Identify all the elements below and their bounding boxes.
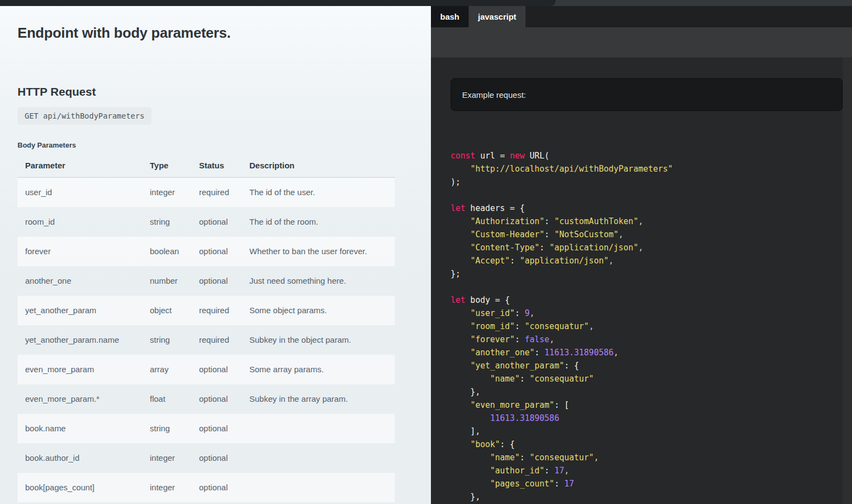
example-request-label: Example request: xyxy=(462,90,526,99)
top-strip-dark-segment xyxy=(0,0,556,6)
column-header-description: Description xyxy=(249,156,395,178)
code-line: "name": "consequatur", xyxy=(451,451,852,464)
cell-type: integer xyxy=(150,443,199,473)
cell-parameter: room_id xyxy=(17,207,150,237)
tab-substrip xyxy=(431,27,852,57)
cell-parameter: yet_another_param xyxy=(17,296,150,325)
column-header-status: Status xyxy=(199,156,249,178)
cell-parameter: yet_another_param.name xyxy=(17,325,150,355)
http-request-heading: HTTP Request xyxy=(17,85,413,98)
language-tabbar: bashjavascript xyxy=(431,6,852,27)
column-header-parameter: Parameter xyxy=(17,156,150,178)
cell-status: required xyxy=(199,296,249,325)
cell-status: optional xyxy=(199,473,249,502)
cell-type: array xyxy=(150,355,199,384)
cell-parameter: user_id xyxy=(17,178,150,208)
code-line: "name": "consequatur" xyxy=(451,372,852,385)
code-line: "Authorization": "customAuthToken", xyxy=(451,215,852,228)
code-line: "author_id": 17, xyxy=(451,464,852,477)
code-line: "another_one": 11613.31890586, xyxy=(451,346,852,359)
tab-bash[interactable]: bash xyxy=(431,6,469,27)
cell-parameter: book.author_id xyxy=(17,443,150,473)
cell-status: optional xyxy=(199,414,249,443)
body-parameters-table: ParameterTypeStatusDescription user_idin… xyxy=(17,156,395,502)
cell-status: optional xyxy=(199,237,249,266)
table-row: book[pages_count]integeroptional xyxy=(17,473,395,502)
cell-parameter: book.name xyxy=(17,414,150,443)
cell-type: string xyxy=(150,414,199,443)
tab-javascript[interactable]: javascript xyxy=(469,6,526,27)
cell-description: Some array params. xyxy=(249,355,395,384)
code-panel: bashjavascript Example request: const ur… xyxy=(431,6,852,504)
cell-status: optional xyxy=(199,266,249,296)
table-row: user_idintegerrequiredThe id of the user… xyxy=(17,178,395,208)
cell-status: required xyxy=(199,325,249,355)
top-strip xyxy=(0,0,852,6)
cell-type: boolean xyxy=(150,237,199,266)
code-line: "http://localhost/api/withBodyParameters… xyxy=(451,162,852,175)
code-line: ); xyxy=(451,175,852,189)
cell-status: required xyxy=(199,178,249,208)
cell-parameter: another_one xyxy=(17,266,150,296)
example-request-box: Example request: xyxy=(451,78,843,111)
endpoint-method-badge: GET api/withBodyParameters xyxy=(17,107,151,125)
cell-description: Some object params. xyxy=(249,296,395,325)
cell-type: float xyxy=(150,384,199,414)
cell-description: Just need something here. xyxy=(249,266,395,296)
documentation-panel: Endpoint with body parameters. HTTP Requ… xyxy=(0,6,431,504)
table-row: even_more_param.*floatoptionalSubkey in … xyxy=(17,384,395,414)
code-line: ], xyxy=(451,425,852,438)
cell-status: optional xyxy=(199,384,249,414)
cell-status: optional xyxy=(199,207,249,237)
api-docs-page: { "left_panel": { "title": "Endpoint wit… xyxy=(0,0,852,504)
code-line: "user_id": 9, xyxy=(451,307,852,320)
code-line: "pages_count": 17 xyxy=(451,477,852,490)
code-line: "even_more_param": [ xyxy=(451,398,852,412)
cell-description: Subkey in the array param. xyxy=(249,384,395,414)
code-line: "yet_another_param": { xyxy=(451,359,852,372)
cell-status: optional xyxy=(199,355,249,384)
cell-status: optional xyxy=(199,443,249,473)
code-line: }, xyxy=(451,490,852,503)
code-line: }; xyxy=(451,267,852,280)
scrollbar-track[interactable] xyxy=(843,57,852,504)
cell-type: number xyxy=(150,266,199,296)
table-row: book.namestringoptional xyxy=(17,414,395,443)
cell-type: string xyxy=(150,325,199,355)
page-title: Endpoint with body parameters. xyxy=(17,24,413,42)
code-line: 11613.31890586 xyxy=(451,412,852,425)
cell-description xyxy=(249,414,395,443)
column-header-type: Type xyxy=(150,156,199,178)
code-line: "Accept": "application/json", xyxy=(451,254,852,267)
code-line xyxy=(451,189,852,202)
table-row: book.author_idintegeroptional xyxy=(17,443,395,473)
body-parameters-label: Body Parameters xyxy=(17,141,431,149)
cell-type: string xyxy=(150,207,199,237)
cell-type: integer xyxy=(150,178,199,208)
table-row: foreverbooleanoptionalWhether to ban the… xyxy=(17,237,395,266)
code-line: "forever": false, xyxy=(451,333,852,346)
code-line: "Content-Type": "application/json", xyxy=(451,241,852,254)
table-header-row: ParameterTypeStatusDescription xyxy=(17,156,395,178)
code-line: const url = new URL( xyxy=(451,149,852,162)
table-row: even_more_paramarrayoptionalSome array p… xyxy=(17,355,395,384)
cell-type: integer xyxy=(150,473,199,502)
example-request-code: const url = new URL( "http://localhost/a… xyxy=(431,149,852,503)
cell-description: Subkey in the object param. xyxy=(249,325,395,355)
cell-description xyxy=(249,473,395,502)
table-row: yet_another_param.namestringrequiredSubk… xyxy=(17,325,395,355)
code-line: let body = { xyxy=(451,294,852,307)
cell-description: The id of the user. xyxy=(249,178,395,208)
code-line: "Custom-Header": "NotSoCustom", xyxy=(451,228,852,241)
table-row: another_onenumberoptionalJust need somet… xyxy=(17,266,395,296)
cell-parameter: book[pages_count] xyxy=(17,473,150,502)
code-line: let headers = { xyxy=(451,202,852,215)
code-line xyxy=(451,280,852,294)
cell-type: object xyxy=(150,296,199,325)
cell-parameter: even_more_param.* xyxy=(17,384,150,414)
cell-parameter: forever xyxy=(17,237,150,266)
cell-parameter: even_more_param xyxy=(17,355,150,384)
cell-description: Whether to ban the user forever. xyxy=(249,237,395,266)
table-row: room_idstringoptionalThe id of the room. xyxy=(17,207,395,237)
cell-description xyxy=(249,443,395,473)
